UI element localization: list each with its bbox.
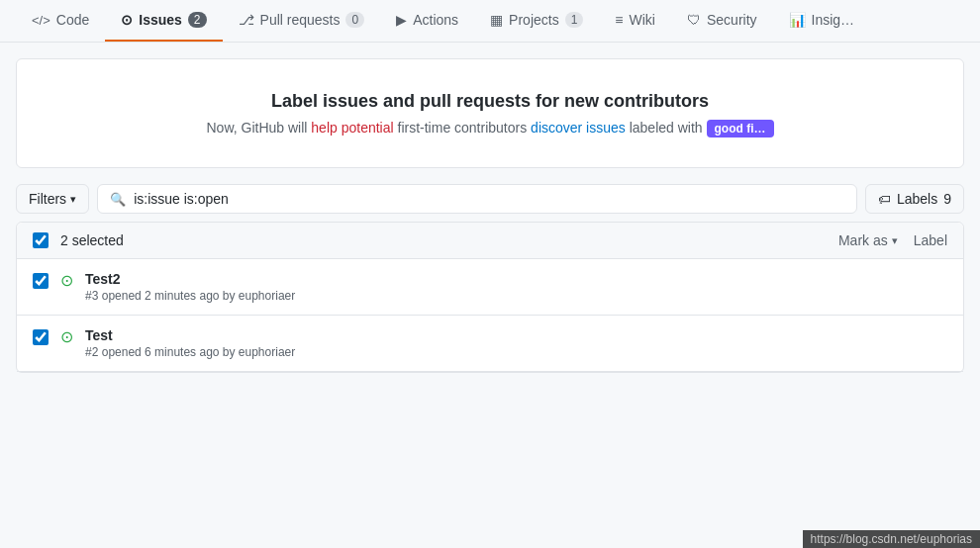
promo-title: Label issues and pull requests for new c… (41, 91, 939, 112)
tab-insights-label: Insig… (812, 12, 855, 28)
issue-number-test: #2 (85, 345, 98, 359)
issue-title-test[interactable]: Test (85, 327, 295, 343)
mark-as-label: Mark as (838, 232, 888, 248)
issue-row-test: ⊙ Test #2 opened 6 minutes ago by euphor… (17, 316, 963, 372)
search-box[interactable] (97, 184, 857, 214)
issue-opened-label-2: opened (102, 345, 145, 359)
promo-middle: first-time contributors (398, 120, 532, 136)
projects-icon: ▦ (490, 12, 503, 28)
label-label: Label (914, 232, 947, 248)
tab-issues[interactable]: ⊙ Issues 2 (105, 0, 222, 42)
pr-icon: ⎇ (239, 12, 254, 28)
promo-link1[interactable]: help potential (311, 120, 393, 136)
issue-details-test2: Test2 #3 opened 2 minutes ago by euphori… (85, 271, 295, 303)
tab-issues-label: Issues (139, 12, 182, 28)
label-button[interactable]: Label (914, 232, 947, 248)
tab-code-label: Code (56, 12, 89, 28)
tab-projects[interactable]: ▦ Projects 1 (474, 0, 599, 42)
header-actions: Mark as Label (838, 232, 947, 248)
security-icon: 🛡 (687, 12, 701, 28)
tab-actions-label: Actions (413, 12, 458, 28)
issue-by-label: by (223, 289, 239, 303)
tab-actions[interactable]: ▶ Actions (380, 0, 474, 42)
issue-by-label-2: by (223, 345, 239, 359)
filters-label: Filters (29, 191, 66, 207)
pr-badge: 0 (345, 12, 364, 28)
issue-meta-test: #2 opened 6 minutes ago by euphoriaer (85, 345, 295, 359)
nav-tabs: Code ⊙ Issues 2 ⎇ Pull requests 0 ▶ Acti… (0, 0, 980, 43)
filters-bar: Filters Labels 9 (16, 184, 964, 214)
good-first-label[interactable]: good fi… (707, 120, 774, 137)
promo-description: Now, GitHub will help potential first-ti… (41, 120, 939, 136)
issue-open-icon-2: ⊙ (60, 327, 73, 346)
issue-title-test2[interactable]: Test2 (85, 271, 295, 287)
issue-time-test2: 2 minutes ago (145, 289, 219, 303)
issues-header: 2 selected Mark as Label (17, 223, 963, 259)
labels-button[interactable]: Labels 9 (865, 184, 964, 214)
issue-time-test: 6 minutes ago (145, 345, 219, 359)
tab-wiki-label: Wiki (630, 12, 655, 28)
projects-badge: 1 (565, 12, 584, 28)
tab-insights[interactable]: 📊 Insig… (773, 0, 871, 42)
search-icon (110, 191, 126, 207)
tab-code[interactable]: Code (16, 0, 105, 42)
promo-suffix: labeled with (630, 120, 707, 136)
labels-label: Labels (897, 191, 937, 207)
tab-security-label: Security (707, 12, 757, 28)
issue-meta-test2: #3 opened 2 minutes ago by euphoriaer (85, 289, 295, 303)
insights-icon: 📊 (789, 12, 806, 28)
issue-open-icon: ⊙ (60, 271, 73, 290)
actions-icon: ▶ (396, 12, 407, 28)
promo-banner: Label issues and pull requests for new c… (16, 58, 964, 168)
mark-as-button[interactable]: Mark as (838, 232, 898, 248)
promo-link2[interactable]: discover issues (531, 120, 626, 136)
search-input[interactable] (134, 191, 844, 207)
tab-pr-label: Pull requests (260, 12, 341, 28)
issue-number-test2: #3 (85, 289, 98, 303)
promo-prefix: Now, GitHub will (207, 120, 312, 136)
tab-security[interactable]: 🛡 Security (671, 0, 773, 42)
issue-author-test2[interactable]: euphoriaer (239, 289, 295, 303)
issue-opened-label: opened (102, 289, 145, 303)
issues-badge: 2 (188, 12, 207, 28)
tab-pull-requests[interactable]: ⎇ Pull requests 0 (223, 0, 381, 42)
issue-details-test: Test #2 opened 6 minutes ago by euphoria… (85, 327, 295, 359)
filters-button[interactable]: Filters (16, 184, 89, 214)
selected-count: 2 selected (60, 232, 124, 248)
issue-row-test2: ⊙ Test2 #3 opened 2 minutes ago by eupho… (17, 259, 963, 316)
issue-checkbox-test2[interactable] (33, 273, 49, 289)
select-all-checkbox[interactable] (33, 232, 49, 248)
issues-container: 2 selected Mark as Label ⊙ Test2 #3 open… (16, 222, 964, 373)
tab-projects-label: Projects (509, 12, 559, 28)
labels-count: 9 (943, 191, 951, 207)
issues-icon: ⊙ (121, 12, 133, 28)
tag-icon (878, 191, 891, 207)
issue-checkbox-test[interactable] (33, 329, 49, 345)
code-icon (32, 12, 50, 28)
issue-author-test[interactable]: euphoriaer (239, 345, 295, 359)
main-content: Label issues and pull requests for new c… (0, 43, 980, 389)
wiki-icon: ≡ (615, 12, 623, 28)
tab-wiki[interactable]: ≡ Wiki (599, 0, 671, 42)
